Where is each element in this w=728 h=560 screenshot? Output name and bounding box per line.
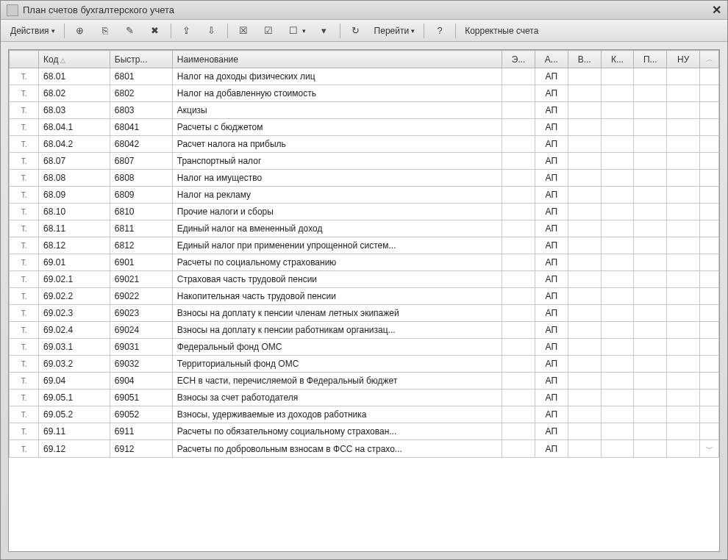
table-row[interactable]: Т.69.116911Расчеты по обязательному соци… <box>10 423 719 440</box>
col-c1[interactable]: Э... <box>502 51 535 68</box>
mark-button[interactable]: ✖ <box>143 21 167 40</box>
actions-menu[interactable]: Действия <box>5 23 60 39</box>
col-name[interactable]: Наименование <box>172 51 502 68</box>
cell-name: Накопительная часть трудовой пенсии <box>172 288 502 305</box>
scrollbar-track[interactable] <box>700 406 719 423</box>
scrollbar-track[interactable] <box>700 423 719 440</box>
scrollbar-track[interactable] <box>700 356 719 373</box>
scrollbar-track[interactable] <box>700 119 719 136</box>
scrollbar-track[interactable] <box>700 85 719 102</box>
table-row[interactable]: Т.68.016801Налог на доходы физических ли… <box>10 68 719 85</box>
table-row[interactable]: Т.69.02.269022Накопительная часть трудов… <box>10 288 719 305</box>
scrollbar-track[interactable] <box>700 220 719 237</box>
col-c4[interactable]: К... <box>601 51 634 68</box>
goto-menu[interactable]: Перейти <box>369 23 421 39</box>
scrollbar-track[interactable] <box>700 187 719 204</box>
correct-accounts-button[interactable]: Корректные счета <box>460 23 543 39</box>
scrollbar-track[interactable] <box>700 339 719 356</box>
cell-c6 <box>667 373 700 390</box>
cell-name: Расчеты по добровольным взносам в ФСС на… <box>172 440 502 458</box>
cell-c5 <box>634 356 667 373</box>
scrollbar-track[interactable] <box>700 204 719 220</box>
scroll-up[interactable]: ︿ <box>700 51 719 68</box>
scrollbar-track[interactable] <box>700 153 719 170</box>
cell-c4 <box>601 153 634 170</box>
add-button[interactable]: ⊕ <box>68 21 92 40</box>
table-row[interactable]: Т.68.116811Единый налог на вмененный дох… <box>10 220 719 237</box>
col-c3[interactable]: В... <box>568 51 601 68</box>
row-type-icon: Т. <box>21 174 27 182</box>
scrollbar-track[interactable] <box>700 68 719 85</box>
row-type-icon: Т. <box>21 377 27 385</box>
cell-c3 <box>568 406 601 423</box>
cell-c6 <box>667 271 700 288</box>
scrollbar-track[interactable] <box>700 390 719 406</box>
table-row[interactable]: Т.69.02.169021Страховая часть трудовой п… <box>10 271 719 288</box>
table-row[interactable]: Т.68.126812Единый налог при применении у… <box>10 237 719 254</box>
cell-c1 <box>502 136 535 153</box>
cell-c5 <box>634 390 667 406</box>
cell-code: 68.07 <box>39 153 110 170</box>
col-type[interactable] <box>10 51 39 68</box>
table-row[interactable]: Т.69.03.269032Территориальный фонд ОМСАП <box>10 356 719 373</box>
table-row[interactable]: Т.69.03.169031Федеральный фонд ОМСАП <box>10 339 719 356</box>
tool-button-1[interactable]: ⇪ <box>175 21 199 40</box>
cell-code: 69.05.2 <box>39 406 110 423</box>
scrollbar-track[interactable] <box>700 136 719 153</box>
scrollbar-track[interactable] <box>700 288 719 305</box>
cell-c4 <box>601 254 634 271</box>
scrollbar-track[interactable] <box>700 237 719 254</box>
cell-code: 69.12 <box>39 440 110 458</box>
scrollbar-track[interactable] <box>700 271 719 288</box>
table-row[interactable]: Т.68.106810Прочие налоги и сборыАП <box>10 204 719 220</box>
cell-c4 <box>601 305 634 322</box>
table-row[interactable]: Т.69.016901Расчеты по социальному страхо… <box>10 254 719 271</box>
close-icon[interactable]: ✕ <box>712 3 721 17</box>
cell-name: ЕСН в части, перечисляемой в Федеральный… <box>172 373 502 390</box>
table-row[interactable]: Т.69.05.169051Взносы за счет работодател… <box>10 390 719 406</box>
scroll-down[interactable]: ﹀ <box>700 440 719 458</box>
table-row[interactable]: Т.69.126912Расчеты по добровольным взнос… <box>10 440 719 458</box>
table-row[interactable]: Т.68.036803АкцизыАП <box>10 102 719 119</box>
tool-button-4[interactable]: ☑ <box>257 21 280 40</box>
col-code[interactable]: Код <box>39 51 110 68</box>
scrollbar-track[interactable] <box>700 305 719 322</box>
help-button[interactable]: ? <box>428 21 452 40</box>
clone-button[interactable]: ⎘ <box>93 21 117 40</box>
cell-type: Т. <box>10 153 39 170</box>
col-fast[interactable]: Быстр... <box>110 51 172 68</box>
tool-button-3[interactable]: ☒ <box>232 21 255 40</box>
table-row[interactable]: Т.68.04.268042Расчет налога на прибыльАП <box>10 136 719 153</box>
row-type-icon: Т. <box>21 242 27 250</box>
table-row[interactable]: Т.68.04.168041Расчеты с бюджетомАП <box>10 119 719 136</box>
col-c2[interactable]: А... <box>535 51 568 68</box>
cell-code: 69.02.3 <box>39 305 110 322</box>
scrollbar-track[interactable] <box>700 373 719 390</box>
table-row[interactable]: Т.68.096809Налог на рекламуАП <box>10 187 719 204</box>
cell-code: 69.03.1 <box>39 339 110 356</box>
tool-button-2[interactable]: ⇩ <box>200 21 224 40</box>
table-row[interactable]: Т.69.02.469024Взносы на доплату к пенсии… <box>10 322 719 339</box>
col-c5[interactable]: П... <box>634 51 667 68</box>
scrollbar-track[interactable] <box>700 254 719 271</box>
table-row[interactable]: Т.69.05.269052Взносы, удерживаемые из до… <box>10 406 719 423</box>
filter-button[interactable]: ▾ <box>313 21 336 40</box>
scrollbar-track[interactable] <box>700 102 719 119</box>
table-row[interactable]: Т.69.02.369023Взносы на доплату к пенсии… <box>10 305 719 322</box>
col-c6[interactable]: НУ <box>667 51 700 68</box>
table-row[interactable]: Т.68.076807Транспортный налогАП <box>10 153 719 170</box>
cell-c5 <box>634 237 667 254</box>
tool-button-5[interactable]: ☐ <box>282 21 311 40</box>
titlebar: План счетов бухгалтерского учета ✕ <box>1 1 727 20</box>
table-row[interactable]: Т.68.086808Налог на имуществоАП <box>10 170 719 187</box>
table-row[interactable]: Т.69.046904ЕСН в части, перечисляемой в … <box>10 373 719 390</box>
cell-c3 <box>568 356 601 373</box>
edit-button[interactable]: ✎ <box>118 21 142 40</box>
row-type-icon: Т. <box>21 343 27 351</box>
cell-c4 <box>601 390 634 406</box>
scrollbar-track[interactable] <box>700 322 719 339</box>
scrollbar-track[interactable] <box>700 170 719 187</box>
cell-fast: 6812 <box>110 237 172 254</box>
refresh-button[interactable]: ↻ <box>344 21 368 40</box>
table-row[interactable]: Т.68.026802Налог на добавленную стоимост… <box>10 85 719 102</box>
